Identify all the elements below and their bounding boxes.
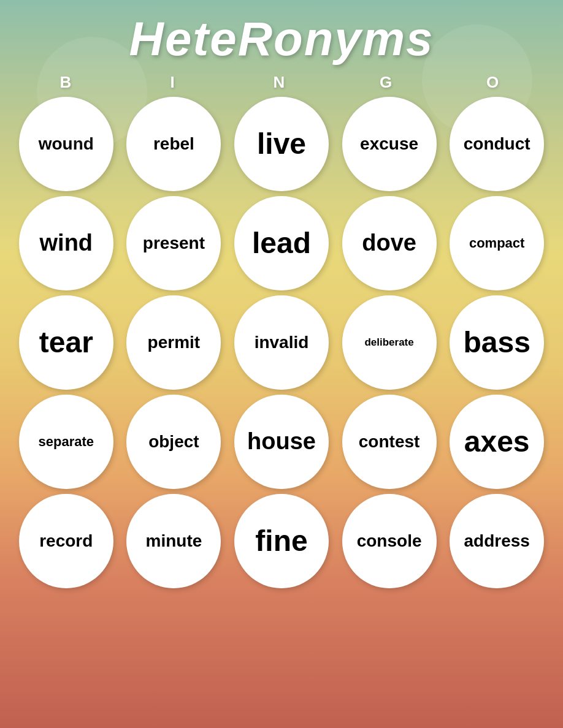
cell-word-axes: axes <box>464 426 530 458</box>
cell-1-4[interactable]: compact <box>450 196 544 290</box>
grid-row-1: windpresentleaddovecompact <box>15 196 548 290</box>
cell-word-contest: contest <box>359 433 420 452</box>
cell-4-3[interactable]: console <box>342 494 437 588</box>
cell-word-lead: lead <box>252 227 311 260</box>
cell-word-live: live <box>257 128 306 161</box>
cell-1-3[interactable]: dove <box>342 196 437 290</box>
bingo-letter-o: O <box>448 73 542 92</box>
cell-2-0[interactable]: tear <box>19 295 113 390</box>
bingo-card: HeteRonyms BINGO woundrebelliveexcusecon… <box>0 0 563 728</box>
cell-0-4[interactable]: conduct <box>450 97 544 191</box>
cell-0-3[interactable]: excuse <box>342 97 437 191</box>
cell-2-1[interactable]: permit <box>126 295 221 390</box>
cell-word-console: console <box>357 532 422 551</box>
cell-word-bass: bass <box>463 327 530 359</box>
bingo-letter-n: N <box>234 73 329 92</box>
cell-word-wound: wound <box>39 135 94 154</box>
cell-4-0[interactable]: record <box>19 494 113 588</box>
cell-word-conduct: conduct <box>464 135 530 154</box>
cell-word-record: record <box>39 532 93 551</box>
cell-word-permit: permit <box>148 333 201 352</box>
cell-3-3[interactable]: contest <box>342 395 437 489</box>
cell-word-fine: fine <box>255 525 307 558</box>
cell-3-1[interactable]: object <box>126 395 221 489</box>
cell-4-2[interactable]: fine <box>234 494 329 588</box>
cell-3-0[interactable]: separate <box>19 395 113 489</box>
cell-3-2[interactable]: house <box>234 395 329 489</box>
cell-word-tear: tear <box>39 327 93 359</box>
cell-1-0[interactable]: wind <box>19 196 113 290</box>
cell-4-1[interactable]: minute <box>126 494 221 588</box>
cell-3-4[interactable]: axes <box>450 395 544 489</box>
bingo-letter-b: B <box>21 73 115 92</box>
cell-word-separate: separate <box>39 434 94 449</box>
cell-word-compact: compact <box>469 236 524 251</box>
grid-row-4: recordminutefineconsoleaddress <box>15 494 548 588</box>
cell-word-invalid: invalid <box>255 333 309 352</box>
bingo-grid: woundrebelliveexcuseconductwindpresentle… <box>15 97 548 588</box>
grid-row-0: woundrebelliveexcuseconduct <box>15 97 548 191</box>
cell-2-4[interactable]: bass <box>450 295 544 390</box>
cell-word-object: object <box>148 433 199 452</box>
cell-word-wind: wind <box>40 230 93 256</box>
cell-word-deliberate: deliberate <box>364 337 413 349</box>
cell-2-2[interactable]: invalid <box>234 295 329 390</box>
bingo-letter-i: I <box>128 73 222 92</box>
bingo-letter-g: G <box>341 73 435 92</box>
cell-word-minute: minute <box>146 532 202 551</box>
cell-word-excuse: excuse <box>360 135 418 154</box>
card-title: HeteRonyms <box>129 11 434 67</box>
cell-word-dove: dove <box>362 230 416 256</box>
cell-1-1[interactable]: present <box>126 196 221 290</box>
cell-word-address: address <box>464 532 529 551</box>
cell-word-rebel: rebel <box>153 135 194 154</box>
grid-row-2: tearpermitinvaliddeliberatebass <box>15 295 548 390</box>
cell-word-present: present <box>143 234 205 253</box>
cell-2-3[interactable]: deliberate <box>342 295 437 390</box>
cell-0-0[interactable]: wound <box>19 97 113 191</box>
cell-1-2[interactable]: lead <box>234 196 329 290</box>
cell-0-2[interactable]: live <box>234 97 329 191</box>
cell-0-1[interactable]: rebel <box>126 97 221 191</box>
grid-row-3: separateobjecthousecontestaxes <box>15 395 548 489</box>
cell-4-4[interactable]: address <box>450 494 544 588</box>
bingo-header: BINGO <box>15 73 548 92</box>
cell-word-house: house <box>247 429 316 455</box>
